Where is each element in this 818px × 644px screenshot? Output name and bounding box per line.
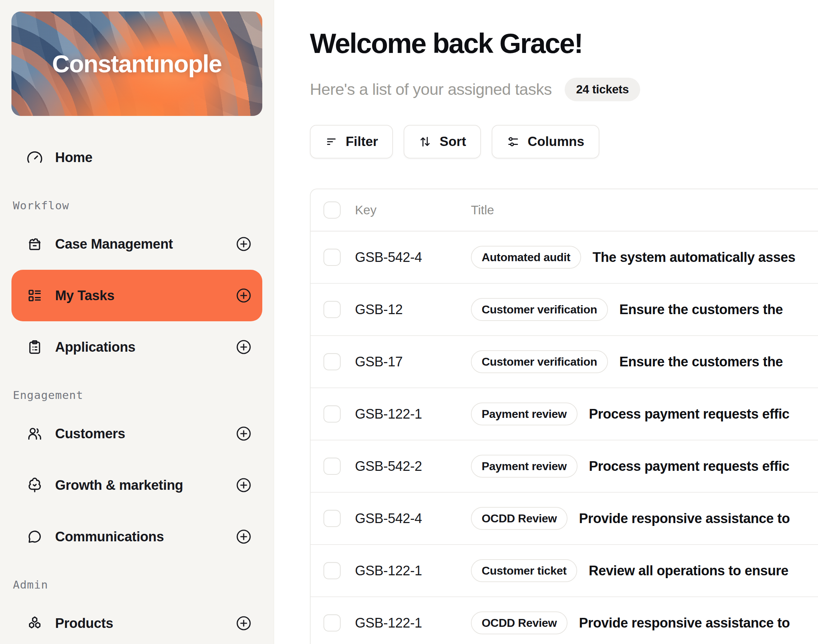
plus-circle-icon[interactable] — [235, 425, 252, 442]
task-type-badge: Customer ticket — [471, 559, 577, 582]
sidebar-item-label: Products — [55, 616, 113, 631]
sidebar-item-my-tasks[interactable]: My Tasks — [11, 270, 262, 321]
task-title: Ensure the customers the — [619, 354, 783, 370]
task-key: GSB-122-1 — [355, 615, 471, 631]
table-row[interactable]: GSB-122-1 Payment review Process payment… — [311, 388, 818, 440]
toolbar: Filter Sort Columns — [310, 125, 818, 158]
task-title: Process payment requests effic — [589, 406, 789, 422]
column-header-title: Title — [471, 203, 818, 217]
task-key: GSB-122-1 — [355, 563, 471, 578]
subtitle-row: Here's a list of your assigned tasks 24 … — [310, 78, 818, 101]
task-type-badge: Customer verification — [471, 350, 608, 373]
sidebar: Constantınople Home Workflow Case Manage… — [0, 0, 274, 644]
table-row[interactable]: GSB-542-2 Payment review Process payment… — [311, 440, 818, 493]
row-checkbox[interactable] — [324, 405, 341, 423]
logo-banner: Constantınople — [11, 11, 262, 116]
sidebar-item-label: Customers — [55, 426, 125, 442]
row-checkbox[interactable] — [324, 248, 341, 266]
task-title: The system automatically asses — [592, 250, 795, 265]
sidebar-item-case-management[interactable]: Case Management — [11, 218, 262, 270]
sidebar-item-customers[interactable]: Customers — [11, 408, 262, 459]
clipboard-icon — [26, 339, 43, 355]
task-type-badge: Payment review — [471, 403, 577, 425]
sidebar-item-label: My Tasks — [55, 288, 115, 304]
task-key: GSB-122-1 — [355, 406, 471, 422]
tasks-table: Key Title GSB-542-4 Automated audit The … — [310, 189, 818, 644]
page-title: Welcome back Grace! — [310, 27, 818, 60]
sidebar-item-applications[interactable]: Applications — [11, 321, 262, 373]
row-checkbox[interactable] — [324, 510, 341, 527]
gauge-icon — [26, 149, 43, 166]
section-label-admin: Admin — [13, 578, 262, 591]
plus-circle-icon[interactable] — [235, 528, 252, 545]
section-label-workflow: Workflow — [13, 199, 262, 212]
sidebar-item-communications[interactable]: Communications — [11, 511, 262, 563]
row-checkbox[interactable] — [324, 614, 341, 632]
row-checkbox[interactable] — [324, 458, 341, 475]
table-row[interactable]: GSB-12 Customer verification Ensure the … — [311, 284, 818, 336]
task-title: Provide responsive assistance to — [579, 511, 790, 526]
select-all-checkbox[interactable] — [324, 201, 341, 219]
task-title: Review all operations to ensure — [589, 563, 788, 578]
sidebar-nav: Home Workflow Case Management My Tasks — [11, 132, 262, 644]
tickets-count-badge: 24 tickets — [565, 78, 640, 101]
row-checkbox[interactable] — [324, 353, 341, 370]
table-row[interactable]: GSB-122-1 Customer ticket Review all ope… — [311, 545, 818, 597]
app-logo: Constantınople — [52, 50, 222, 78]
table-row[interactable]: GSB-17 Customer verification Ensure the … — [311, 336, 818, 388]
filter-icon — [325, 135, 338, 148]
sidebar-item-products[interactable]: Products — [11, 598, 262, 644]
plus-circle-icon[interactable] — [235, 235, 252, 253]
task-title: Ensure the customers the — [619, 302, 783, 317]
table-row[interactable]: GSB-542-4 Automated audit The system aut… — [311, 232, 818, 284]
sidebar-item-label: Communications — [55, 529, 164, 544]
task-title: Process payment requests effic — [589, 458, 789, 474]
task-type-badge: OCDD Review — [471, 507, 568, 530]
task-title: Provide responsive assistance to — [579, 615, 790, 631]
task-type-badge: Payment review — [471, 455, 577, 478]
task-key: GSB-542-4 — [355, 250, 471, 265]
sidebar-item-label: Case Management — [55, 236, 173, 252]
sidebar-item-label: Applications — [55, 339, 135, 355]
table-row[interactable]: GSB-542-4 OCDD Review Provide responsive… — [311, 493, 818, 545]
section-label-engagement: Engagement — [13, 388, 262, 402]
sort-arrows-icon — [419, 135, 431, 148]
task-type-badge: Customer verification — [471, 298, 608, 321]
row-checkbox[interactable] — [324, 301, 341, 318]
task-type-badge: OCDD Review — [471, 612, 568, 634]
boxes-icon — [26, 615, 43, 632]
page-subtitle: Here's a list of your assigned tasks — [310, 80, 552, 99]
table-header-row: Key Title — [311, 189, 818, 232]
column-header-key: Key — [355, 203, 471, 217]
filter-button[interactable]: Filter — [310, 125, 393, 158]
task-key: GSB-12 — [355, 302, 471, 317]
sort-button-label: Sort — [439, 134, 466, 149]
tree-icon — [26, 477, 43, 494]
row-checkbox[interactable] — [324, 562, 341, 579]
sidebar-item-home[interactable]: Home — [11, 132, 262, 183]
task-list-icon — [26, 287, 43, 304]
plus-circle-icon[interactable] — [235, 339, 252, 356]
sidebar-item-label: Growth & marketing — [55, 478, 183, 493]
plus-circle-icon[interactable] — [235, 287, 252, 304]
sliders-icon — [507, 135, 520, 148]
filter-button-label: Filter — [346, 134, 378, 149]
app-window: Constantınople Home Workflow Case Manage… — [0, 0, 818, 644]
columns-button[interactable]: Columns — [492, 125, 599, 158]
plus-circle-icon[interactable] — [235, 477, 252, 494]
task-key: GSB-542-4 — [355, 511, 471, 526]
sidebar-item-label: Home — [55, 150, 92, 165]
task-type-badge: Automated audit — [471, 246, 581, 269]
users-icon — [26, 425, 43, 442]
case-box-icon — [26, 236, 43, 252]
main-content: Welcome back Grace! Here's a list of you… — [274, 0, 818, 644]
message-bubble-icon — [26, 529, 43, 545]
columns-button-label: Columns — [528, 134, 584, 149]
task-key: GSB-542-2 — [355, 458, 471, 474]
plus-circle-icon[interactable] — [235, 615, 252, 632]
task-key: GSB-17 — [355, 354, 471, 370]
sidebar-item-growth-marketing[interactable]: Growth & marketing — [11, 459, 262, 511]
sort-button[interactable]: Sort — [404, 125, 481, 158]
table-row[interactable]: GSB-122-1 OCDD Review Provide responsive… — [311, 597, 818, 644]
